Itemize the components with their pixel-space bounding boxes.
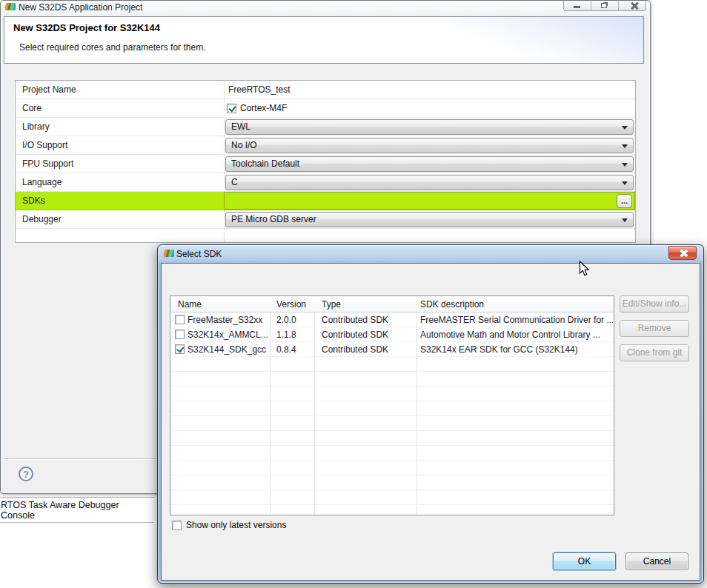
sdk-table-row[interactable]: S32K144_SDK_gcc 0.8.4 Contributed SDK S3… bbox=[170, 342, 614, 357]
form-row-empty bbox=[16, 229, 635, 242]
sdk-description-cell: S32K14x EAR SDK for GCC (S32K144) bbox=[420, 342, 613, 357]
core-checkbox[interactable] bbox=[227, 104, 236, 113]
help-button[interactable]: ? bbox=[19, 467, 33, 481]
ok-button[interactable]: OK bbox=[553, 552, 616, 570]
wizard-subtitle: Select required cores and parameters for… bbox=[19, 42, 205, 53]
nxp-logo-icon bbox=[164, 250, 174, 257]
sdk-type-cell: Contributed SDK bbox=[322, 313, 416, 327]
core-value: Cortex-M4F bbox=[240, 99, 287, 118]
sdk-table: Name Version Type SDK description FreeMa… bbox=[170, 295, 614, 515]
dialog-content: Name Version Type SDK description FreeMa… bbox=[161, 263, 700, 581]
project-name-value[interactable]: FreeRTOS_test bbox=[228, 81, 291, 99]
wizard-header-banner: New S32DS Project for S32K144 Select req… bbox=[4, 16, 644, 64]
sdk-type-cell: Contributed SDK bbox=[322, 327, 416, 342]
divider bbox=[224, 229, 225, 242]
window-controls bbox=[563, 1, 646, 11]
divider bbox=[224, 99, 225, 117]
column-header-description[interactable]: SDK description bbox=[420, 296, 484, 313]
remove-button[interactable]: Remove bbox=[620, 320, 689, 337]
empty-table-rows bbox=[170, 357, 614, 515]
divider bbox=[224, 173, 225, 191]
io-support-dropdown-value: No I/O bbox=[231, 140, 257, 150]
sdk-name-cell: S32K144_SDK_gcc bbox=[187, 342, 269, 357]
core-label: Core bbox=[22, 99, 42, 118]
column-header-name[interactable]: Name bbox=[178, 296, 202, 313]
divider bbox=[224, 81, 225, 98]
divider bbox=[224, 155, 225, 173]
divider bbox=[0, 522, 154, 523]
sdk-name-cell: S32K14x_AMMCL... bbox=[187, 327, 269, 342]
nxp-logo-icon bbox=[5, 3, 16, 10]
debugger-label: Debugger bbox=[22, 210, 62, 229]
project-parameters-table: Project Name FreeRTOS_test Core Cortex-M… bbox=[15, 80, 636, 243]
fpu-support-dropdown[interactable]: Toolchain Default bbox=[225, 156, 634, 172]
close-icon bbox=[631, 2, 638, 10]
sdk-description-cell: FreeMASTER Serial Communication Driver f… bbox=[420, 313, 613, 327]
form-row-sdks-selected[interactable]: SDKs ... bbox=[16, 192, 635, 210]
chevron-down-icon bbox=[622, 218, 628, 222]
io-support-dropdown[interactable]: No I/O bbox=[225, 138, 634, 153]
language-dropdown[interactable]: C bbox=[225, 175, 634, 190]
sdk-table-header: Name Version Type SDK description bbox=[170, 296, 614, 313]
sdk-version-cell: 2.0.0 bbox=[276, 313, 313, 327]
minimize-icon bbox=[574, 6, 580, 8]
sdks-label: SDKs bbox=[22, 192, 45, 210]
column-header-type[interactable]: Type bbox=[322, 296, 341, 313]
project-name-label: Project Name bbox=[22, 81, 76, 99]
library-label: Library bbox=[22, 118, 50, 136]
form-row-language: Language C bbox=[16, 173, 635, 192]
form-row-io-support: I/O Support No I/O bbox=[16, 136, 635, 155]
chevron-down-icon bbox=[622, 126, 628, 130]
divider bbox=[224, 118, 225, 136]
sdk-description-cell: Automotive Math and Motor Control Librar… bbox=[420, 327, 613, 342]
sdk-table-row[interactable]: FreeMaster_S32xx 2.0.0 Contributed SDK F… bbox=[170, 313, 614, 327]
sdks-value-field[interactable]: ... bbox=[224, 192, 635, 210]
language-dropdown-value: C bbox=[231, 177, 238, 187]
dialog-close-button[interactable] bbox=[668, 246, 697, 260]
cancel-button[interactable]: Cancel bbox=[625, 552, 688, 570]
sdk-row-checkbox[interactable] bbox=[175, 315, 185, 324]
library-dropdown-value: EWL bbox=[231, 121, 250, 132]
divider bbox=[224, 210, 225, 228]
restore-icon bbox=[601, 3, 607, 8]
dialog-title: Select SDK bbox=[176, 249, 222, 259]
edit-show-info-button[interactable]: Edit/Show info... bbox=[620, 295, 689, 313]
column-header-version[interactable]: Version bbox=[276, 296, 306, 313]
form-row-project-name: Project Name FreeRTOS_test bbox=[16, 81, 635, 99]
sdk-type-cell: Contributed SDK bbox=[322, 342, 416, 357]
close-icon bbox=[680, 250, 687, 257]
clone-from-git-button[interactable]: Clone from git bbox=[620, 344, 689, 361]
console-item-label: RTOS Task Aware Debugger Console bbox=[0, 498, 154, 522]
fpu-support-dropdown-value: Toolchain Default bbox=[231, 158, 299, 169]
debugger-dropdown-value: PE Micro GDB server bbox=[231, 214, 316, 224]
window-title: New S32DS Application Project bbox=[19, 2, 142, 13]
minimize-button[interactable] bbox=[564, 1, 591, 10]
titlebar[interactable]: New S32DS Application Project bbox=[1, 1, 650, 15]
sdk-row-checkbox[interactable] bbox=[175, 344, 185, 354]
divider bbox=[224, 136, 225, 154]
form-row-debugger: Debugger PE Micro GDB server bbox=[16, 210, 635, 229]
library-dropdown[interactable]: EWL bbox=[225, 119, 634, 135]
form-row-library: Library EWL bbox=[16, 118, 635, 136]
sdk-row-checkbox[interactable] bbox=[175, 330, 185, 339]
sdk-name-cell: FreeMaster_S32xx bbox=[187, 313, 269, 327]
sdks-browse-button[interactable]: ... bbox=[617, 194, 632, 208]
chevron-down-icon bbox=[622, 144, 628, 148]
wizard-title: New S32DS Project for S32K144 bbox=[13, 22, 160, 33]
language-label: Language bbox=[22, 173, 62, 192]
form-row-fpu-support: FPU Support Toolchain Default bbox=[16, 155, 635, 173]
close-button[interactable] bbox=[619, 1, 645, 10]
chevron-down-icon bbox=[622, 163, 628, 167]
sdk-version-cell: 1.1.8 bbox=[276, 327, 313, 342]
io-support-label: I/O Support bbox=[22, 136, 67, 155]
select-sdk-dialog: Select SDK Name Version Type SDK descrip… bbox=[157, 244, 704, 584]
restore-button[interactable] bbox=[591, 1, 619, 10]
fpu-support-label: FPU Support bbox=[22, 155, 73, 173]
show-latest-versions-label: Show only latest versions bbox=[186, 520, 286, 530]
show-latest-versions-checkbox[interactable] bbox=[172, 521, 182, 530]
debugger-dropdown[interactable]: PE Micro GDB server bbox=[225, 212, 634, 227]
sdk-table-row[interactable]: S32K14x_AMMCL... 1.1.8 Contributed SDK A… bbox=[170, 327, 614, 342]
form-row-core: Core Cortex-M4F bbox=[16, 99, 635, 118]
background-console-strip: RTOS Task Aware Debugger Console bbox=[0, 497, 154, 523]
chevron-down-icon bbox=[622, 181, 628, 185]
